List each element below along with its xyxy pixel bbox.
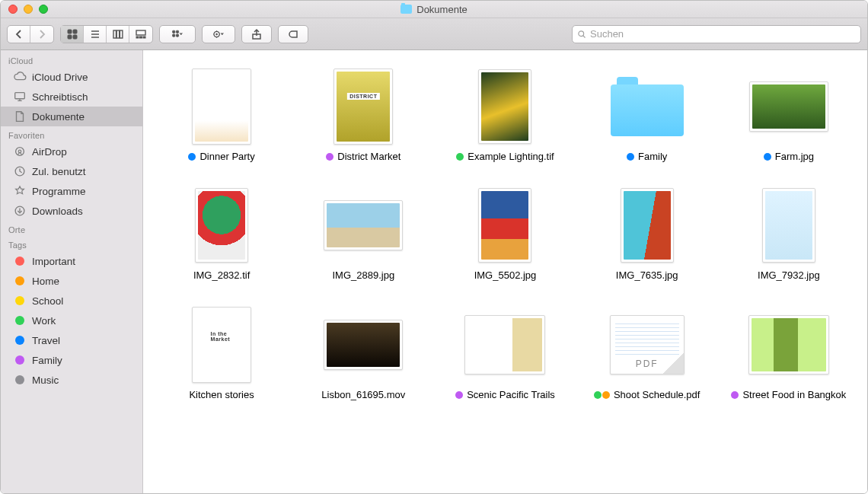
- window-title: Dokumente: [1, 4, 867, 15]
- view-icon-button[interactable]: [61, 26, 84, 43]
- file-label: Family: [627, 151, 667, 163]
- sidebar-section: FavoritenAirDropZul. benutztProgrammeDow…: [1, 128, 142, 221]
- sidebar-item[interactable]: Important: [1, 251, 142, 271]
- desktop-icon: [13, 90, 27, 104]
- file-item[interactable]: Lisbon_61695.mov: [300, 307, 426, 401]
- file-name: Kitchen stories: [189, 389, 254, 401]
- forward-button[interactable]: [30, 26, 53, 43]
- window-title-text: Dokumente: [416, 4, 467, 15]
- sidebar-item-label: Travel: [32, 335, 60, 346]
- file-name: IMG_7932.jpg: [758, 269, 820, 282]
- sidebar-item[interactable]: Schreibtisch: [1, 87, 142, 107]
- file-thumbnail: [747, 307, 831, 383]
- file-item[interactable]: Dinner Party: [158, 69, 285, 163]
- zoom-window-button[interactable]: [39, 5, 48, 14]
- file-label: Dinner Party: [188, 151, 254, 163]
- sidebar-item[interactable]: AirDrop: [1, 142, 142, 161]
- file-item[interactable]: Example Lighting.tif: [442, 69, 568, 163]
- tags-button[interactable]: [278, 25, 308, 43]
- sidebar-item[interactable]: iCloud Drive: [1, 67, 142, 87]
- view-list-button[interactable]: [84, 26, 107, 43]
- downloads-icon: [13, 204, 27, 218]
- file-label: IMG_5502.jpg: [474, 269, 537, 282]
- file-name: Scenic Pacific Trails: [467, 389, 555, 401]
- file-thumbnail: [747, 69, 831, 145]
- file-name: Dinner Party: [199, 151, 254, 163]
- sidebar-item[interactable]: Work: [1, 311, 142, 330]
- file-tag-indicators: [326, 153, 333, 161]
- file-tag-indicators: [456, 153, 464, 161]
- view-columns-button[interactable]: [107, 26, 129, 43]
- sidebar-section: Orte: [1, 222, 142, 236]
- sidebar-item[interactable]: Downloads: [1, 201, 142, 221]
- pdf-icon: PDF: [610, 315, 685, 374]
- sidebar-section-header: Orte: [1, 222, 142, 236]
- file-label: Lisbon_61695.mov: [321, 389, 405, 401]
- view-gallery-button[interactable]: [129, 26, 152, 43]
- svg-rect-19: [15, 93, 25, 99]
- sidebar-item[interactable]: Home: [1, 271, 142, 291]
- svg-rect-12: [176, 30, 178, 33]
- sidebar-item[interactable]: Programme: [1, 181, 142, 201]
- sidebar-section: TagsImportantHomeSchoolWorkTravelFamilyM…: [1, 237, 142, 390]
- file-item[interactable]: Scenic Pacific Trails: [442, 307, 568, 401]
- sidebar-section-header: Tags: [1, 237, 142, 251]
- file-thumbnail: [180, 187, 263, 263]
- file-item[interactable]: IMG_5502.jpg: [442, 187, 568, 282]
- file-thumbnail: [463, 69, 547, 145]
- file-tag-indicators: [188, 153, 196, 161]
- sidebar-item-label: Home: [32, 276, 59, 287]
- file-item[interactable]: Family: [584, 69, 710, 163]
- close-window-button[interactable]: [8, 5, 18, 14]
- sidebar-item[interactable]: Zul. benutzt: [1, 161, 142, 181]
- sidebar-item[interactable]: Music: [1, 370, 142, 390]
- file-name: Shoot Schedule.pdf: [614, 389, 700, 401]
- group-by-button[interactable]: [159, 25, 196, 43]
- svg-point-16: [216, 33, 218, 35]
- search-icon: [577, 30, 586, 39]
- file-item[interactable]: IMG_7635.jpg: [584, 187, 710, 282]
- folder-icon: [400, 5, 412, 14]
- file-thumbnail: PDF: [605, 307, 689, 383]
- search-box[interactable]: [572, 25, 861, 43]
- file-name: IMG_2889.jpg: [332, 269, 394, 282]
- file-item[interactable]: PDFShoot Schedule.pdf: [584, 307, 710, 401]
- action-button[interactable]: [202, 25, 235, 43]
- file-item[interactable]: Farm.jpg: [726, 69, 852, 163]
- sidebar-item[interactable]: Travel: [1, 330, 142, 350]
- back-button[interactable]: [8, 26, 30, 43]
- clock-icon: [13, 164, 27, 178]
- svg-point-18: [579, 30, 584, 36]
- cloud-icon: [13, 70, 27, 84]
- file-item[interactable]: Street Food in Bangkok: [726, 307, 852, 401]
- sidebar-item[interactable]: Family: [1, 350, 142, 370]
- tag-dot-icon: [13, 373, 27, 387]
- sidebar-item-label: AirDrop: [32, 146, 67, 158]
- tag-dot-icon: [13, 274, 27, 288]
- minimize-window-button[interactable]: [24, 5, 33, 14]
- search-input[interactable]: [590, 28, 856, 40]
- file-item[interactable]: In the MarketKitchen stories: [158, 307, 285, 401]
- file-item[interactable]: IMG_7932.jpg: [726, 187, 852, 282]
- file-thumbnail: [605, 187, 689, 263]
- file-thumbnail: [747, 187, 831, 263]
- view-mode-switcher: [60, 25, 153, 43]
- sidebar-item-label: Dokumente: [32, 111, 85, 123]
- sidebar-item-label: Programme: [32, 186, 86, 197]
- sidebar-item-label: Downloads: [32, 206, 83, 217]
- svg-rect-13: [173, 34, 175, 37]
- file-label: District Market: [326, 151, 400, 163]
- file-item[interactable]: IMG_2832.tif: [158, 187, 285, 282]
- file-label: Shoot Schedule.pdf: [594, 389, 700, 401]
- file-item[interactable]: DISTRICTDistrict Market: [300, 69, 426, 163]
- sidebar-item-label: School: [32, 295, 63, 307]
- svg-rect-3: [73, 35, 77, 39]
- sidebar-section-header: iCloud: [1, 53, 142, 67]
- sidebar-item[interactable]: Dokumente: [1, 107, 142, 126]
- file-item[interactable]: IMG_2889.jpg: [300, 187, 426, 282]
- sidebar-item-label: Family: [32, 355, 62, 366]
- sidebar-item[interactable]: School: [1, 291, 142, 311]
- share-button[interactable]: [241, 25, 272, 43]
- svg-rect-9: [140, 37, 142, 38]
- sidebar-item-label: Schreibtisch: [32, 91, 88, 103]
